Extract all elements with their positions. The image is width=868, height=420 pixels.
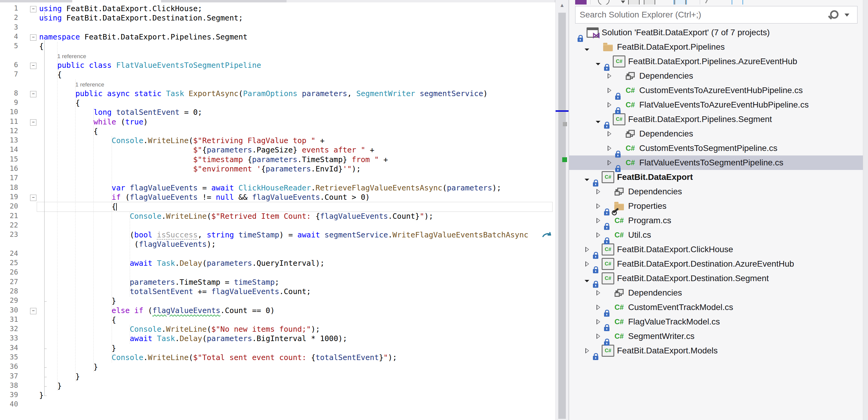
breakpoint-fold-margin[interactable] — [20, 362, 39, 372]
code-text[interactable]: while (true) — [39, 117, 555, 127]
chevron-collapsed-icon[interactable] — [594, 230, 603, 240]
breakpoint-fold-margin[interactable] — [20, 127, 39, 136]
code-text[interactable]: (bool isSuccess, string timeStamp) = awa… — [39, 230, 555, 240]
code-text[interactable]: parameters.TimeStamp = timeStamp; — [39, 278, 555, 287]
code-text[interactable]: } — [39, 344, 555, 353]
code-text[interactable]: var flagValueEvents = await ClickHouseRe… — [39, 184, 555, 193]
code-text[interactable]: long totalSentEvent = 0; — [39, 108, 555, 117]
chevron-collapsed-icon[interactable] — [605, 71, 614, 81]
breakpoint-fold-margin[interactable] — [20, 325, 39, 334]
codelens-label[interactable]: 1 reference — [39, 51, 555, 61]
scrollbar-up-arrow-icon[interactable]: ▲ — [556, 2, 568, 8]
chevron-collapsed-icon[interactable] — [583, 346, 592, 356]
search-icon[interactable] — [830, 10, 838, 19]
tree-item-solution-featbit-dataexport-7-of-7-projects-[interactable]: ⋈Solution 'FeatBit.DataExport' (7 of 7 p… — [569, 25, 863, 40]
breakpoint-fold-margin[interactable] — [20, 13, 39, 23]
code-line[interactable]: 15 $"timestamp {parameters.TimeStamp} fr… — [0, 155, 555, 165]
breakpoint-fold-margin[interactable] — [20, 80, 39, 89]
code-text[interactable]: await Task.Delay(parameters.QueryInterva… — [39, 259, 555, 268]
breakpoint-fold-margin[interactable] — [20, 268, 39, 278]
code-line[interactable]: 21 Console.WriteLine($"Retrived Item Cou… — [0, 212, 555, 221]
tree-item-properties[interactable]: Properties — [569, 199, 863, 213]
breakpoint-fold-margin[interactable] — [20, 391, 39, 400]
code-text[interactable]: } — [39, 382, 555, 391]
breakpoint-fold-margin[interactable] — [20, 240, 39, 249]
pin-icon[interactable] — [575, 0, 587, 4]
code-text[interactable]: using FeatBit.DataExport.ClickHouse; — [39, 4, 555, 13]
chevron-collapsed-icon[interactable] — [605, 158, 614, 168]
fold-collapse-box[interactable]: − — [30, 195, 36, 201]
sync-with-active-document-icon[interactable] — [675, 0, 686, 4]
code-line[interactable]: (flagValueEvents); — [0, 240, 555, 249]
code-text[interactable]: { — [39, 315, 555, 325]
tree-item-dependencies[interactable]: Dependencies — [569, 69, 863, 83]
codelens-references[interactable]: 1 reference — [39, 53, 86, 59]
code-line[interactable]: 18 var flagValueEvents = await ClickHous… — [0, 184, 555, 193]
panel-scrollbar-track[interactable] — [863, 0, 868, 420]
breakpoint-fold-margin[interactable] — [20, 278, 39, 287]
codelens-row[interactable]: 1 reference — [0, 51, 555, 61]
breakpoint-fold-margin[interactable] — [20, 70, 39, 80]
code-line[interactable]: 17 — [0, 174, 555, 183]
fold-collapse-box[interactable]: − — [30, 119, 36, 125]
code-line[interactable]: 14 $"{parameters.PageSize} events after … — [0, 145, 555, 155]
code-line[interactable]: 27 parameters.TimeStamp = timeStamp; — [0, 278, 555, 287]
code-text[interactable]: $"environment '{parameters.EnvId}'"); — [39, 165, 555, 174]
code-text[interactable]: if (flagValueEvents != null && flagValue… — [39, 193, 555, 202]
code-text[interactable]: Console.WriteLine($"Retrived Item Count:… — [39, 212, 555, 221]
chevron-expanded-icon[interactable] — [594, 57, 603, 66]
code-text[interactable]: } — [39, 391, 555, 400]
fold-collapse-box[interactable]: − — [30, 6, 36, 12]
code-line[interactable]: 24 — [0, 249, 555, 259]
chevron-collapsed-icon[interactable] — [594, 187, 603, 196]
code-text[interactable]: (flagValueEvents); — [39, 240, 555, 249]
breakpoint-fold-margin[interactable] — [20, 155, 39, 165]
breakpoint-fold-margin[interactable] — [20, 174, 39, 183]
code-line[interactable]: 19− if (flagValueEvents != null && flagV… — [0, 193, 555, 202]
breakpoint-fold-margin[interactable] — [20, 221, 39, 230]
code-line[interactable]: 33 await Task.Delay(parameters.BigInterv… — [0, 334, 555, 343]
chevron-collapsed-icon[interactable] — [605, 143, 614, 153]
chevron-collapsed-icon[interactable] — [605, 100, 614, 110]
code-text[interactable] — [39, 174, 555, 183]
breakpoint-fold-margin[interactable] — [20, 184, 39, 193]
editor-vertical-scrollbar[interactable]: ▲ — [555, 0, 568, 420]
code-line[interactable]: 25 await Task.Delay(parameters.QueryInte… — [0, 259, 555, 268]
code-text[interactable]: { — [39, 42, 555, 51]
code-line[interactable]: 20 { — [0, 202, 555, 212]
code-text[interactable]: await Task.Delay(parameters.BigInterval … — [39, 334, 555, 343]
code-line[interactable]: 5{ — [0, 42, 555, 51]
breakpoint-fold-margin[interactable] — [20, 51, 39, 61]
search-box[interactable]: Search Solution Explorer (Ctrl+;) — [575, 6, 858, 24]
code-text[interactable]: else if (flagValueEvents.Count == 0) — [39, 306, 555, 315]
code-line[interactable]: 2using FeatBit.DataExport.Destination.Se… — [0, 13, 555, 23]
fold-collapse-box[interactable]: − — [30, 34, 36, 41]
pencil-icon[interactable] — [705, 0, 710, 3]
code-line[interactable]: 29 } — [0, 297, 555, 306]
code-text[interactable]: Console.WriteLine($"No new items found;"… — [39, 325, 555, 334]
tree-item-dependencies[interactable]: Dependencies — [569, 127, 863, 141]
solution-explorer-toolbar[interactable] — [569, 0, 868, 4]
code-text[interactable]: totalSentEvent += flagValueEvents.Count; — [39, 287, 555, 297]
dropdown-caret-icon[interactable] — [621, 1, 625, 3]
fold-collapse-box[interactable]: − — [30, 91, 36, 97]
tree-item-featbit-dataexport-pipelines-segment[interactable]: C#FeatBit.DataExport.Pipelines.Segment — [569, 112, 863, 127]
code-line[interactable]: 7 { — [0, 70, 555, 80]
chevron-collapsed-icon[interactable] — [583, 245, 592, 254]
tree-item-flatvalueeventstosegmentpipeline-cs[interactable]: C#FlatValueEventsToSegmentPipeline.cs — [569, 156, 863, 170]
code-line[interactable]: 39} — [0, 391, 555, 400]
breakpoint-fold-margin[interactable] — [20, 259, 39, 268]
tree-item-featbit-dataexport[interactable]: C#FeatBit.DataExport — [569, 170, 863, 185]
search-options-caret-icon[interactable] — [844, 13, 849, 17]
chevron-collapsed-icon[interactable] — [594, 317, 603, 327]
code-line[interactable]: 28 totalSentEvent += flagValueEvents.Cou… — [0, 287, 555, 297]
breakpoint-fold-margin[interactable] — [20, 145, 39, 155]
code-text[interactable] — [39, 400, 555, 410]
code-text[interactable]: using FeatBit.DataExport.Destination.Seg… — [39, 13, 555, 23]
tree-item-dependencies[interactable]: Dependencies — [569, 185, 863, 199]
fold-collapse-box[interactable]: − — [30, 308, 36, 314]
code-line[interactable]: 26 — [0, 268, 555, 278]
breakpoint-fold-margin[interactable]: − — [20, 306, 39, 315]
tree-item-featbit-dataexport-pipelines-azureeventhub[interactable]: C#FeatBit.DataExport.Pipelines.AzureEven… — [569, 54, 863, 69]
breakpoint-fold-margin[interactable]: − — [20, 61, 39, 70]
